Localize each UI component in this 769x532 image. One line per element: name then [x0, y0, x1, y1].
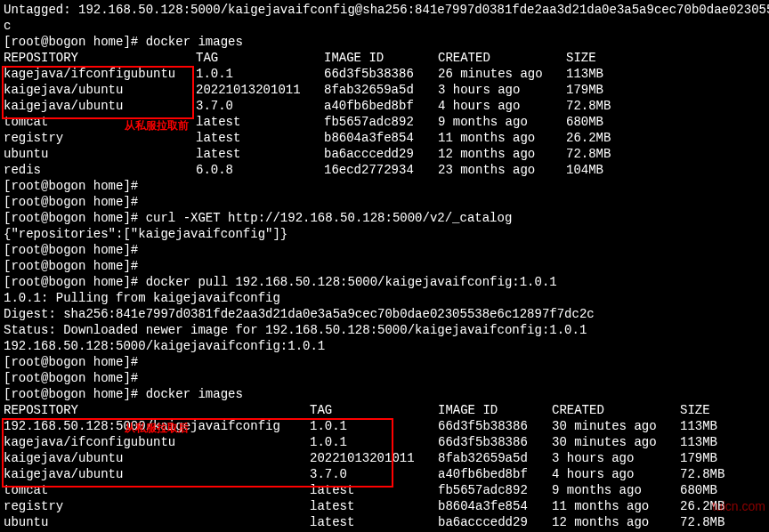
annotation-before: 从私服拉取前 — [125, 117, 189, 133]
cell-created: 3 hours ago — [552, 450, 680, 466]
cell-tag: 1.0.1 — [196, 66, 324, 82]
cell-repo: kaigejava/ubuntu — [4, 450, 310, 466]
cell-tag: 1.0.1 — [310, 434, 438, 450]
cell-created: 11 months ago — [552, 498, 680, 514]
cell-id: ba6acccedd29 — [438, 514, 552, 530]
hdr-id: IMAGE ID — [438, 402, 552, 418]
cell-id: 16ecd2772934 — [324, 162, 438, 178]
cell-size: 72.8MB — [566, 98, 611, 114]
cell-size: 26.2MB — [566, 130, 611, 146]
cell-created: 11 months ago — [438, 130, 566, 146]
untagged-line: Untagged: 192.168.50.128:5000/kaigejavai… — [4, 2, 765, 18]
cell-size: 179MB — [566, 82, 603, 98]
cmd-docker-images: docker images — [146, 35, 243, 49]
cell-id: ba6acccedd29 — [324, 146, 438, 162]
prompt-empty[interactable]: [root@bogon home]# — [4, 354, 765, 370]
table-row: kagejava/ifconfigubuntu1.0.166d3f5b38386… — [4, 66, 765, 82]
hdr-tag: TAG — [196, 50, 324, 66]
cell-repo: ubuntu — [4, 514, 310, 530]
cell-size: 113MB — [680, 418, 717, 434]
hdr-repo: REPOSITORY — [4, 402, 310, 418]
table-row: ubuntulatestba6acccedd2912 months ago72.… — [4, 146, 765, 162]
cell-id: 8fab32659a5d — [324, 82, 438, 98]
cmd-docker-images-2: docker images — [146, 387, 243, 401]
cell-repo: kaigejava/ubuntu — [4, 82, 196, 98]
cell-id: b8604a3fe854 — [324, 130, 438, 146]
cell-repo: kagejava/ifconfigubuntu — [4, 434, 310, 450]
hdr-id: IMAGE ID — [324, 50, 438, 66]
table-row: tomcatlatestfb5657adc8929 months ago680M… — [4, 114, 765, 130]
cell-tag: latest — [310, 498, 438, 514]
table-row: 192.168.50.128:5000/kaigejavaifconfig1.0… — [4, 418, 765, 434]
cell-created: 12 months ago — [438, 146, 566, 162]
table-row: kagejava/ifconfigubuntu1.0.166d3f5b38386… — [4, 434, 765, 450]
prompt-empty[interactable]: [root@bogon home]# — [4, 370, 765, 386]
hdr-repo: REPOSITORY — [4, 50, 196, 66]
cell-repo: redis — [4, 162, 196, 178]
cell-id: fb5657adc892 — [324, 114, 438, 130]
cell-id: 8fab32659a5d — [438, 450, 552, 466]
cell-tag: latest — [310, 482, 438, 498]
cell-repo: ubuntu — [4, 146, 196, 162]
table-row: redis6.0.816ecd277293423 months ago104MB — [4, 162, 765, 178]
cell-size: 179MB — [680, 450, 717, 466]
cell-repo: kaigejava/ubuntu — [4, 98, 196, 114]
table1-header: REPOSITORYTAGIMAGE IDCREATEDSIZE — [4, 50, 765, 66]
prompt-empty[interactable]: [root@bogon home]# — [4, 194, 765, 210]
table2-header: REPOSITORYTAGIMAGE IDCREATEDSIZE — [4, 402, 765, 418]
table-row: registrylatestb8604a3fe85411 months ago2… — [4, 498, 765, 514]
cmd-curl: curl -XGET http://192.168.50.128:5000/v2… — [146, 211, 513, 225]
cell-created: 26 minutes ago — [438, 66, 566, 82]
table-row: kaigejava/ubuntu3.7.0a40fb6bed8bf4 hours… — [4, 98, 765, 114]
prompt-empty[interactable]: [root@bogon home]# — [4, 178, 765, 194]
cell-created: 23 months ago — [438, 162, 566, 178]
cell-tag: latest — [310, 514, 438, 530]
prompt-empty[interactable]: [root@bogon home]# — [4, 242, 765, 258]
hdr-created: CREATED — [438, 50, 566, 66]
cell-size: 72.8MB — [680, 514, 724, 530]
watermark: tuicn.com — [712, 498, 765, 514]
cell-created: 30 minutes ago — [552, 418, 680, 434]
cell-tag: 20221013201011 — [310, 450, 438, 466]
cell-size: 72.8MB — [680, 466, 724, 482]
pull-out: 192.168.50.128:5000/kaigejavaifconfig:1.… — [4, 338, 765, 354]
cell-id: 66d3f5b38386 — [438, 418, 552, 434]
cell-id: a40fb6bed8bf — [324, 98, 438, 114]
cell-size: 113MB — [566, 66, 603, 82]
pull-out: 1.0.1: Pulling from kaigejavaifconfig — [4, 290, 765, 306]
cell-created: 4 hours ago — [552, 466, 680, 482]
cell-tag: latest — [196, 114, 324, 130]
cell-tag: 1.0.1 — [310, 418, 438, 434]
prompt-line[interactable]: [root@bogon home]# docker images — [4, 34, 765, 50]
cell-created: 9 months ago — [552, 482, 680, 498]
cell-id: fb5657adc892 — [438, 482, 552, 498]
cell-size: 680MB — [680, 482, 717, 498]
cell-created: 30 minutes ago — [552, 434, 680, 450]
pull-out: Digest: sha256:841e7997d0381fde2aa3d21da… — [4, 306, 765, 322]
prompt: [root@bogon home]# — [4, 275, 146, 289]
prompt-line[interactable]: [root@bogon home]# curl -XGET http://192… — [4, 210, 765, 226]
cell-created: 4 hours ago — [438, 98, 566, 114]
hdr-size: SIZE — [566, 50, 596, 66]
pull-out: Status: Downloaded newer image for 192.1… — [4, 322, 765, 338]
prompt-line[interactable]: [root@bogon home]# docker pull 192.168.5… — [4, 274, 765, 290]
table-row: ubuntulatestba6acccedd2912 months ago72.… — [4, 514, 765, 530]
cell-created: 9 months ago — [438, 114, 566, 130]
prompt-line[interactable]: [root@bogon home]# docker images — [4, 386, 765, 402]
prompt-empty[interactable]: [root@bogon home]# — [4, 258, 765, 274]
table-row: kaigejava/ubuntu202210132010118fab32659a… — [4, 450, 765, 466]
prompt: [root@bogon home]# — [4, 35, 146, 49]
cell-tag: latest — [196, 146, 324, 162]
hdr-size: SIZE — [680, 402, 710, 418]
prompt: [root@bogon home]# — [4, 387, 146, 401]
cmd-docker-pull: docker pull 192.168.50.128:5000/kaigejav… — [146, 275, 557, 289]
cell-created: 12 months ago — [552, 514, 680, 530]
cell-tag: 3.7.0 — [310, 466, 438, 482]
table-row: kaigejava/ubuntu202210132010118fab32659a… — [4, 82, 765, 98]
curl-output: {"repositories":["kaigejavaifconfig"]} — [4, 226, 765, 242]
cell-tag: 20221013201011 — [196, 82, 324, 98]
hdr-tag: TAG — [310, 402, 438, 418]
cell-tag: 6.0.8 — [196, 162, 324, 178]
cell-size: 113MB — [680, 434, 717, 450]
prompt: [root@bogon home]# — [4, 211, 146, 225]
